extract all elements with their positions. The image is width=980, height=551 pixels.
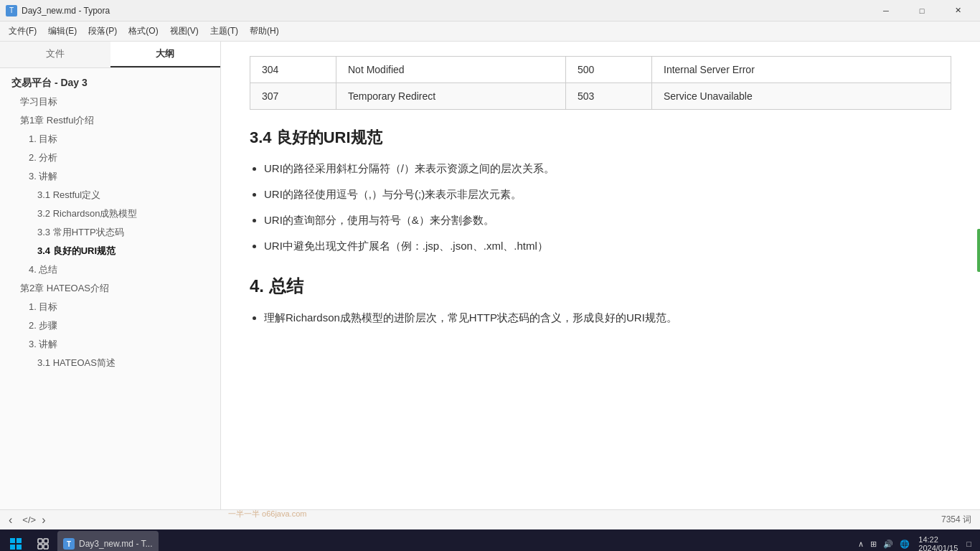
section-4-heading: 4. 总结 bbox=[250, 275, 951, 298]
bottom-bar-right: 7354 词 bbox=[941, 514, 971, 526]
word-count: 7354 词 bbox=[941, 514, 971, 526]
sidebar-tabs: 文件 大纲 bbox=[0, 42, 220, 68]
close-button[interactable]: ✕ bbox=[941, 0, 974, 22]
outline-item-ch2-3-lecture[interactable]: 3. 讲解 bbox=[0, 335, 220, 354]
app-icon: T bbox=[6, 5, 17, 17]
outline-item-2-analysis[interactable]: 2. 分析 bbox=[0, 149, 220, 167]
main-content: 304 Not Modified 500 Internal Server Err… bbox=[221, 42, 980, 509]
outline-item-1-target[interactable]: 1. 目标 bbox=[0, 130, 220, 149]
status-text: Temporary Redirect bbox=[336, 83, 566, 110]
outline-item-day3[interactable]: 交易平台 - Day 3 bbox=[0, 74, 220, 93]
bottom-bar: ‹ </> › 7354 词 bbox=[0, 509, 980, 529]
status-code2: 500 bbox=[566, 57, 652, 83]
section-4-bullets: 理解Richardson成熟模型的进阶层次，常见HTTP状态码的含义，形成良好的… bbox=[264, 309, 951, 326]
outline-item-ch1[interactable]: 第1章 Restful介绍 bbox=[0, 111, 220, 130]
outline-item-ch2-31-hateoas[interactable]: 3.1 HATEOAS简述 bbox=[0, 354, 220, 372]
status-code: 304 bbox=[250, 57, 336, 83]
outline-item-32-richardson[interactable]: 3.2 Richardson成熟模型 bbox=[0, 204, 220, 223]
sidebar-tab-file[interactable]: 文件 bbox=[0, 42, 110, 67]
section-34-bullets: URI的路径采用斜杠分隔符（/）来表示资源之间的层次关系。URI的路径使用逗号（… bbox=[264, 160, 951, 255]
arrow-right[interactable]: › bbox=[42, 514, 45, 527]
taskbar-typora-label: Day3_new.md - T... bbox=[79, 539, 153, 549]
taskbar: T Day3_new.md - T... ∧ ⊞ 🔊 🌐 14:222024/0… bbox=[0, 529, 980, 551]
status-text2: Service Unavailable bbox=[652, 83, 951, 110]
outline-item-34-uri[interactable]: 3.4 良好的URI规范 bbox=[0, 242, 220, 260]
bullet-item: URI的路径使用逗号（,）与分号(;)来表示非层次元素。 bbox=[264, 186, 951, 203]
code-icon[interactable]: </> bbox=[22, 514, 36, 525]
bullet-item: URI的查询部分，使用与符号（&）来分割参数。 bbox=[264, 212, 951, 229]
arrow-left[interactable]: ‹ bbox=[9, 514, 12, 527]
minimize-button[interactable]: ─ bbox=[870, 0, 903, 22]
outline-item-ch2-2-steps[interactable]: 2. 步骤 bbox=[0, 316, 220, 335]
app-body: 文件 大纲 交易平台 - Day 3 学习目标 第1章 Restful介绍 1.… bbox=[0, 42, 980, 509]
menu-edit[interactable]: 编辑(E) bbox=[42, 22, 83, 40]
menu-format[interactable]: 格式(O) bbox=[123, 22, 164, 40]
outline-item-31-restful[interactable]: 3.1 Restful定义 bbox=[0, 186, 220, 204]
right-accent bbox=[977, 229, 980, 272]
window-title: Day3_new.md - Typora bbox=[22, 6, 110, 16]
window-controls: ─ □ ✕ bbox=[870, 0, 974, 22]
bullet-item: URI的路径采用斜杠分隔符（/）来表示资源之间的层次关系。 bbox=[264, 160, 951, 177]
tray-time: 14:222024/01/15 bbox=[918, 535, 958, 551]
bullet-item: URI中避免出现文件扩展名（例：.jsp、.json、.xml、.html） bbox=[264, 237, 951, 255]
outline-item-ch2[interactable]: 第2章 HATEOAS介绍 bbox=[0, 279, 220, 298]
svg-rect-5 bbox=[44, 539, 48, 543]
taskbar-typora[interactable]: T Day3_new.md - T... bbox=[57, 531, 159, 551]
menu-theme[interactable]: 主题(T) bbox=[204, 22, 244, 40]
svg-rect-6 bbox=[38, 545, 42, 549]
svg-rect-1 bbox=[17, 538, 22, 543]
start-button[interactable] bbox=[3, 531, 29, 551]
outline-item-study-goal[interactable]: 学习目标 bbox=[0, 93, 220, 111]
taskbar-tray: ∧ ⊞ 🔊 🌐 14:222024/01/15 □ bbox=[852, 535, 977, 551]
sidebar: 文件 大纲 交易平台 - Day 3 学习目标 第1章 Restful介绍 1.… bbox=[0, 42, 221, 509]
sidebar-content: 交易平台 - Day 3 学习目标 第1章 Restful介绍 1. 目标 2.… bbox=[0, 68, 220, 378]
task-view-button[interactable] bbox=[32, 531, 55, 551]
menu-paragraph[interactable]: 段落(P) bbox=[83, 22, 123, 40]
bullet-item: 理解Richardson成熟模型的进阶层次，常见HTTP状态码的含义，形成良好的… bbox=[264, 309, 951, 326]
svg-rect-0 bbox=[10, 538, 15, 543]
bottom-bar-left: ‹ </> › bbox=[9, 514, 45, 527]
notification-icon[interactable]: □ bbox=[966, 540, 971, 548]
outline-item-3-lecture[interactable]: 3. 讲解 bbox=[0, 167, 220, 186]
svg-rect-3 bbox=[17, 545, 22, 550]
table-row: 307 Temporary Redirect 503 Service Unava… bbox=[250, 83, 951, 110]
status-code: 307 bbox=[250, 83, 336, 110]
outline-item-33-http[interactable]: 3.3 常用HTTP状态码 bbox=[0, 223, 220, 242]
svg-rect-2 bbox=[10, 545, 15, 550]
outline-item-ch2-1-target[interactable]: 1. 目标 bbox=[0, 298, 220, 316]
status-text: Not Modified bbox=[336, 57, 566, 83]
svg-rect-7 bbox=[44, 545, 48, 549]
status-code2: 503 bbox=[566, 83, 652, 110]
tray-icons: ∧ ⊞ 🔊 🌐 bbox=[858, 540, 910, 549]
http-status-table: 304 Not Modified 500 Internal Server Err… bbox=[250, 56, 951, 110]
maximize-button[interactable]: □ bbox=[905, 0, 938, 22]
status-text2: Internal Server Error bbox=[652, 57, 951, 83]
menu-file[interactable]: 文件(F) bbox=[3, 22, 42, 40]
title-bar: T Day3_new.md - Typora ─ □ ✕ bbox=[0, 0, 980, 22]
sidebar-tab-outline[interactable]: 大纲 bbox=[110, 42, 221, 67]
table-row: 304 Not Modified 500 Internal Server Err… bbox=[250, 57, 951, 83]
section-34-heading: 3.4 良好的URI规范 bbox=[250, 127, 951, 149]
menu-help[interactable]: 帮助(H) bbox=[244, 22, 285, 40]
menu-view[interactable]: 视图(V) bbox=[164, 22, 204, 40]
title-bar-left: T Day3_new.md - Typora bbox=[6, 5, 110, 17]
svg-rect-4 bbox=[38, 539, 42, 543]
outline-item-4-summary[interactable]: 4. 总结 bbox=[0, 260, 220, 279]
menu-bar: 文件(F) 编辑(E) 段落(P) 格式(O) 视图(V) 主题(T) 帮助(H… bbox=[0, 22, 980, 42]
